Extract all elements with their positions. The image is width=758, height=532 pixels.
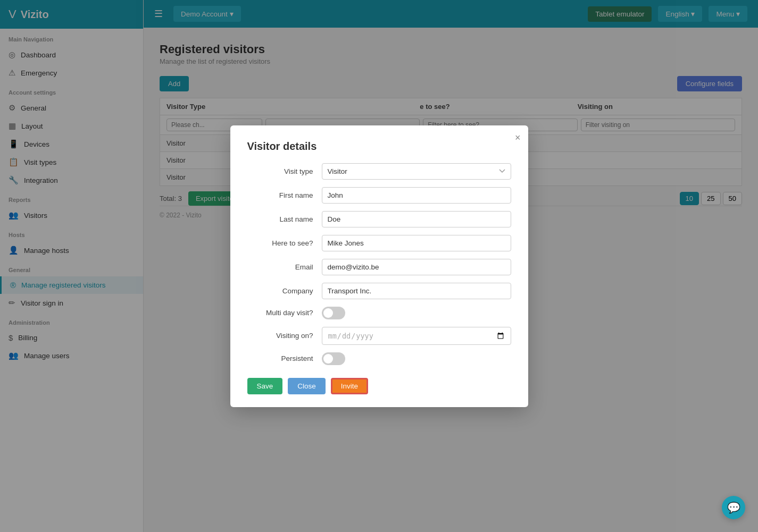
last-name-input[interactable] [322, 211, 511, 227]
company-input[interactable] [322, 283, 511, 299]
form-row-last-name: Last name [247, 211, 511, 227]
form-row-visit-type: Visit type Visitor Contractor Delivery I… [247, 163, 511, 180]
save-button[interactable]: Save [247, 378, 283, 394]
persistent-label: Persistent [247, 354, 322, 362]
form-row-first-name: First name [247, 187, 511, 204]
form-row-email: Email [247, 259, 511, 275]
modal-title: Visitor details [247, 140, 511, 153]
multi-day-label: Multi day visit? [247, 309, 322, 317]
form-row-here-to-see: Here to see? [247, 235, 511, 251]
first-name-label: First name [247, 191, 322, 199]
email-input[interactable] [322, 259, 511, 275]
form-row-visiting-on: Visiting on? [247, 327, 511, 345]
visitor-details-modal: Visitor details × Visit type Visitor Con… [230, 125, 528, 407]
form-row-company: Company [247, 283, 511, 299]
chat-bubble[interactable]: 💬 [722, 496, 745, 519]
persistent-slider [322, 352, 345, 365]
modal-close-x-button[interactable]: × [515, 133, 521, 142]
multi-day-slider [322, 307, 345, 319]
visiting-on-label: Visiting on? [247, 332, 322, 340]
here-to-see-input[interactable] [322, 235, 511, 251]
visit-type-select[interactable]: Visitor Contractor Delivery Interview [322, 163, 511, 180]
close-button[interactable]: Close [288, 378, 326, 394]
form-row-multi-day: Multi day visit? [247, 307, 511, 319]
persistent-toggle[interactable] [322, 352, 345, 365]
modal-overlay[interactable]: Visitor details × Visit type Visitor Con… [0, 0, 758, 532]
visiting-on-input[interactable] [322, 327, 511, 345]
company-label: Company [247, 287, 322, 295]
multi-day-toggle[interactable] [322, 307, 345, 319]
chat-icon: 💬 [727, 501, 740, 514]
modal-footer: Save Close Invite [247, 376, 511, 394]
here-to-see-label: Here to see? [247, 239, 322, 247]
visit-type-label: Visit type [247, 167, 322, 175]
form-row-persistent: Persistent [247, 352, 511, 365]
email-label: Email [247, 263, 322, 271]
first-name-input[interactable] [322, 187, 511, 204]
invite-button[interactable]: Invite [331, 378, 368, 394]
last-name-label: Last name [247, 215, 322, 223]
